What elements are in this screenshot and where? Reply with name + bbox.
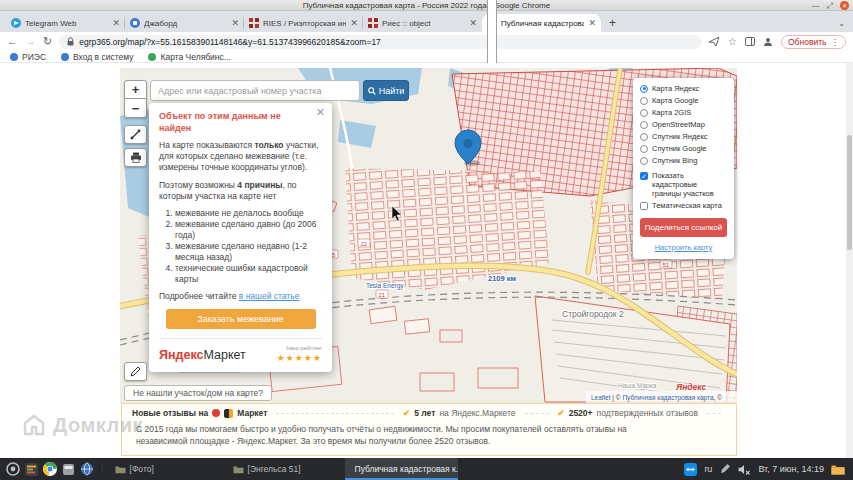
- volume-muted-icon[interactable]: [738, 464, 751, 475]
- bookmark-icon: [148, 53, 156, 61]
- popup-close-icon[interactable]: ✕: [316, 107, 325, 118]
- jaboard-icon: [130, 18, 140, 28]
- orange-folder-icon[interactable]: [831, 464, 845, 475]
- search-input[interactable]: [150, 80, 360, 101]
- back-button[interactable]: ←: [7, 36, 18, 47]
- radio-icon[interactable]: [640, 133, 648, 141]
- tab-list-chevron-icon[interactable]: ⌄: [838, 19, 845, 28]
- tab-ries-info[interactable]: RIES / Риэлторская информ... ✕: [244, 14, 363, 32]
- layer-option-bing-sat[interactable]: Спутник Bing: [640, 156, 727, 165]
- checkbox-icon[interactable]: [640, 202, 648, 210]
- market-bee-icon: [224, 409, 233, 418]
- pkk-link: Публичная кадастровая карта: [622, 394, 714, 402]
- map-label: Наша Марка: [618, 382, 657, 390]
- share-link-button[interactable]: Поделиться ссылкой: [640, 218, 727, 237]
- new-tab-button[interactable]: +: [609, 17, 616, 29]
- checkbox-checked-icon[interactable]: ✓: [640, 172, 648, 180]
- taskbar: ⁞ [Фото] [Энгельса 51] Публичная кадастр…: [0, 458, 853, 480]
- window-titlebar: Публичная кадастровая карта - Россия 202…: [0, 0, 853, 11]
- file-manager-icon[interactable]: [62, 463, 75, 476]
- send-to-device-icon[interactable]: [709, 37, 720, 47]
- radio-icon[interactable]: [640, 121, 648, 129]
- radio-icon[interactable]: [640, 157, 648, 165]
- tab-close-icon[interactable]: ✕: [588, 19, 596, 28]
- reason-item: технические ошибки кадастровой карты: [175, 263, 322, 285]
- tab-close-icon[interactable]: ✕: [112, 19, 120, 28]
- draw-button[interactable]: [124, 362, 147, 381]
- clock[interactable]: Вт, 7 июн, 14:19: [758, 464, 824, 474]
- map-attribution: Leaflet | © Публичная кадастровая карта,…: [586, 391, 737, 403]
- radio-icon[interactable]: [640, 109, 648, 117]
- address-bar[interactable]: egrp365.org/map/?x=55.161583901148146&y=…: [59, 35, 702, 49]
- search-button[interactable]: Найти: [363, 80, 409, 101]
- layer-option-osm[interactable]: OpenStreetMap: [640, 120, 727, 129]
- scrollbar-thumb[interactable]: [847, 135, 852, 250]
- layer-option-google-map[interactable]: Карта Google: [640, 96, 727, 105]
- layer-option-google-sat[interactable]: Спутник Google: [640, 144, 727, 153]
- taskbar-separator: ⁞: [101, 464, 104, 474]
- not-found-map-button[interactable]: Не нашли участок/дом на карте?: [124, 385, 272, 401]
- bookmark-chelyabinsk-map[interactable]: Карта Челябинс...: [148, 52, 230, 62]
- yandex-market-logo: ЯндексМаркет: [159, 347, 246, 363]
- web-browser-icon[interactable]: [80, 462, 94, 476]
- pen-tool-icon[interactable]: [719, 463, 731, 475]
- bookmark-login[interactable]: Вход в систему: [61, 52, 133, 62]
- radio-icon[interactable]: [640, 145, 648, 153]
- minimize-icon[interactable]: —: [812, 2, 820, 10]
- tab-jaboard[interactable]: Джаборд ✕: [125, 14, 244, 32]
- task-engelsa-window[interactable]: [Энгельса 51]: [227, 458, 340, 480]
- teamviewer-icon[interactable]: [684, 463, 697, 476]
- layer-option-yandex-map[interactable]: Карта Яндекс: [640, 84, 727, 93]
- tab-close-icon[interactable]: ✕: [231, 19, 239, 28]
- house-icon: [22, 413, 46, 437]
- configure-map-link[interactable]: Настроить карту: [640, 243, 727, 252]
- menu-dots-icon[interactable]: ⋮: [831, 37, 840, 47]
- page-scrollbar[interactable]: [846, 63, 853, 458]
- minus-icon: −: [132, 101, 140, 116]
- tab-telegram[interactable]: Telegram Web ✕: [6, 14, 125, 32]
- ries-grid-icon: [368, 18, 378, 28]
- svg-text:Leaflet | © Публичная кадастро: Leaflet | © Публичная кадастровая карта,…: [591, 394, 722, 402]
- measure-button[interactable]: [124, 125, 147, 144]
- zoom-in-button[interactable]: +: [124, 80, 147, 99]
- bookmark-star-icon[interactable]: ☆: [728, 37, 737, 47]
- layer-option-2gis-map[interactable]: Карта 2GIS: [640, 108, 727, 117]
- pencil-icon: [130, 366, 141, 377]
- system-monitor-icon[interactable]: [25, 463, 38, 476]
- close-icon[interactable]: ✕: [840, 1, 849, 10]
- tab-ries-object[interactable]: Риес :: object ✕: [363, 14, 482, 32]
- print-button[interactable]: [124, 148, 147, 167]
- tab-close-icon[interactable]: ✕: [350, 19, 358, 28]
- bookmark-icon: [10, 53, 18, 61]
- not-found-popup: ✕ Объект по этим данным не найден На кар…: [149, 103, 332, 372]
- domclick-watermark: Домклик: [22, 413, 143, 437]
- order-survey-button[interactable]: Заказать межевание: [166, 309, 316, 329]
- side-panel-icon[interactable]: [745, 37, 755, 46]
- window-title: Публичная кадастровая карта - Россия 202…: [303, 1, 550, 10]
- checkbox-thematic-map[interactable]: Тематическая карта: [640, 201, 727, 210]
- task-photo-window[interactable]: [Фото]: [109, 458, 222, 480]
- article-link[interactable]: в нашей статье: [239, 291, 300, 301]
- chrome-update-button[interactable]: Обновить ⋮: [781, 35, 846, 49]
- chrome-icon[interactable]: [43, 462, 57, 476]
- radio-selected-icon[interactable]: [640, 85, 648, 93]
- tab-close-icon[interactable]: ✕: [469, 19, 477, 28]
- radio-icon[interactable]: [640, 97, 648, 105]
- app-menu-icon[interactable]: [6, 462, 20, 476]
- layers-panel: Карта Яндекс Карта Google Карта 2GIS Ope…: [633, 78, 734, 259]
- checkbox-cadastral-borders[interactable]: ✓Показать кадастровые границы участков: [640, 171, 727, 198]
- print-icon: [130, 152, 142, 163]
- reload-button[interactable]: ↻: [43, 36, 52, 47]
- zoom-out-button[interactable]: −: [124, 99, 147, 118]
- task-chrome-window[interactable]: Публичная кадастровая к...: [345, 458, 458, 480]
- leaflet-link: Leaflet: [591, 394, 611, 401]
- maximize-icon[interactable]: ⤢: [827, 2, 833, 10]
- layer-option-yandex-sat[interactable]: Спутник Яндекс: [640, 132, 727, 141]
- map-label: 2109 км: [488, 274, 517, 283]
- ries-grid-icon: [249, 18, 259, 28]
- keyboard-layout-indicator[interactable]: ru: [704, 464, 712, 474]
- profile-icon[interactable]: [763, 37, 773, 47]
- browser-toolbar: ← → ↻ egrp365.org/map/?x=55.161583901148…: [0, 32, 853, 51]
- bookmark-ries[interactable]: РИЭС: [10, 52, 46, 62]
- tab-cadastral-map-active[interactable]: Публичная кадастровая ка... ✕: [482, 14, 601, 32]
